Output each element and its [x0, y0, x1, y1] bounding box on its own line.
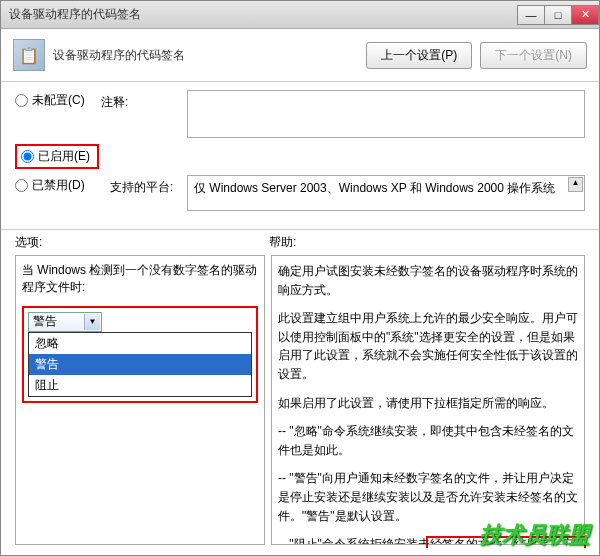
config-area: 未配置(C) 注释: 已启用(E) 已禁用(D) 支持的平台: 仅 Window…: [1, 82, 599, 229]
platform-label: 支持的平台:: [101, 175, 181, 196]
section-labels: 选项: 帮助:: [1, 229, 599, 255]
dropdown-option-block[interactable]: 阻止: [29, 375, 251, 396]
radio-disabled[interactable]: 已禁用(D): [15, 175, 95, 194]
options-panel: 当 Windows 检测到一个没有数字签名的驱动程序文件时: 警告 ▼ 忽略 警…: [15, 255, 265, 545]
platform-text: 仅 Windows Server 2003、Windows XP 和 Windo…: [187, 175, 585, 211]
action-dropdown[interactable]: 警告 ▼: [28, 312, 102, 332]
platform-value: 仅 Windows Server 2003、Windows XP 和 Windo…: [194, 181, 555, 195]
header-panel: 📋 设备驱动程序的代码签名 上一个设置(P) 下一个设置(N): [1, 29, 599, 82]
split-area: 当 Windows 检测到一个没有数字签名的驱动程序文件时: 警告 ▼ 忽略 警…: [1, 255, 599, 555]
dropdown-value: 警告: [33, 313, 57, 330]
header-title: 设备驱动程序的代码签名: [53, 47, 358, 64]
maximize-button[interactable]: □: [544, 5, 572, 25]
options-label: 选项:: [15, 234, 269, 251]
comment-textarea[interactable]: [187, 90, 585, 138]
help-p1: 确定用户试图安装未经数字签名的设备驱动程序时系统的响应方式。: [278, 262, 578, 299]
enabled-row: 已启用(E): [15, 144, 585, 169]
radio-enabled[interactable]: 已启用(E): [15, 144, 99, 169]
help-panel: 确定用户试图安装未经数字签名的设备驱动程序时系统的响应方式。 此设置建立组中用户…: [271, 255, 585, 545]
radio-unconfigured[interactable]: 未配置(C): [15, 90, 95, 109]
help-text: 确定用户试图安装未经数字签名的设备驱动程序时系统的响应方式。 此设置建立组中用户…: [278, 262, 578, 545]
minimize-button[interactable]: —: [517, 5, 545, 25]
disabled-row: 已禁用(D) 支持的平台: 仅 Windows Server 2003、Wind…: [15, 175, 585, 211]
titlebar: 设备驱动程序的代码签名 — □ ✕: [1, 1, 599, 29]
dialog-window: 设备驱动程序的代码签名 — □ ✕ 📋 设备驱动程序的代码签名 上一个设置(P)…: [0, 0, 600, 556]
window-title: 设备驱动程序的代码签名: [9, 6, 518, 23]
dropdown-option-warn[interactable]: 警告: [29, 354, 251, 375]
next-setting-button[interactable]: 下一个设置(N): [480, 42, 587, 69]
radio-unconfigured-label: 未配置(C): [32, 92, 85, 109]
previous-setting-button[interactable]: 上一个设置(P): [366, 42, 472, 69]
dropdown-highlight-outer: 警告 ▼ 忽略 警告 阻止: [22, 306, 258, 403]
radio-disabled-label: 已禁用(D): [32, 177, 85, 194]
policy-icon: 📋: [13, 39, 45, 71]
radio-enabled-label: 已启用(E): [38, 148, 90, 165]
scroll-up-icon[interactable]: ▲: [568, 177, 583, 192]
dropdown-option-ignore[interactable]: 忽略: [29, 333, 251, 354]
watermark-text: 技术员联盟: [480, 520, 590, 550]
comment-label: 注释:: [101, 90, 181, 111]
radio-disabled-input[interactable]: [15, 179, 28, 192]
chevron-down-icon: ▼: [84, 314, 100, 330]
help-p5: -- "警告"向用户通知未经数字签名的文件，并让用户决定是停止安装还是继续安装以…: [278, 469, 578, 525]
help-label: 帮助:: [269, 234, 296, 251]
close-button[interactable]: ✕: [571, 5, 599, 25]
dropdown-list: 忽略 警告 阻止: [28, 332, 252, 397]
help-p2: 此设置建立组中用户系统上允许的最少安全响应。用户可以使用控制面板中的"系统"选择…: [278, 309, 578, 383]
window-controls: — □ ✕: [518, 5, 599, 25]
help-p4: -- "忽略"命令系统继续安装，即使其中包含未经签名的文件也是如此。: [278, 422, 578, 459]
radio-unconfigured-input[interactable]: [15, 94, 28, 107]
help-p3: 如果启用了此设置，请使用下拉框指定所需的响应。: [278, 394, 578, 413]
detection-text: 当 Windows 检测到一个没有数字签名的驱动程序文件时:: [22, 262, 258, 296]
radio-enabled-input[interactable]: [21, 150, 34, 163]
unconfigured-row: 未配置(C) 注释:: [15, 90, 585, 138]
